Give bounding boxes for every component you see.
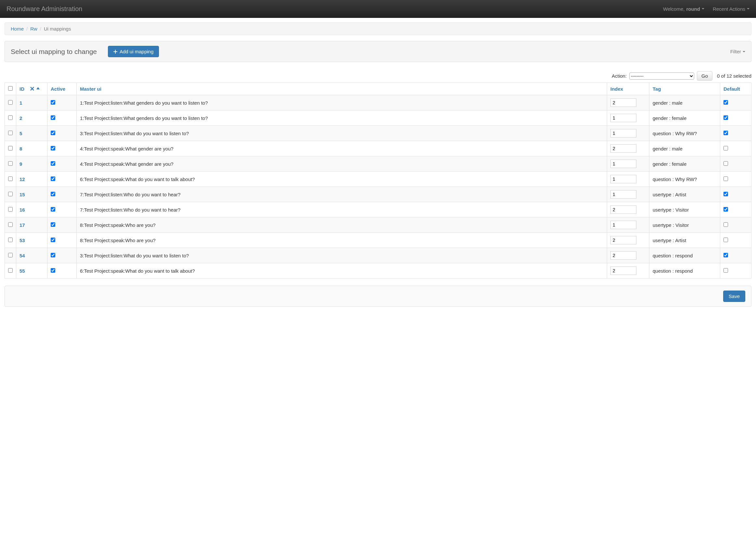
active-checkbox[interactable]	[51, 131, 55, 135]
master-ui-cell: 8:Test Project:speak:Who are you?	[77, 233, 607, 248]
default-checkbox[interactable]	[724, 177, 728, 181]
row-id-link[interactable]: 2	[20, 115, 22, 121]
index-input[interactable]	[610, 190, 637, 199]
breadcrumb-app[interactable]: Rw	[30, 26, 37, 31]
action-select[interactable]: ---------	[629, 72, 694, 80]
brand-link[interactable]: Roundware Administration	[6, 5, 82, 13]
default-checkbox[interactable]	[724, 115, 728, 120]
index-input[interactable]	[610, 160, 637, 168]
index-input[interactable]	[610, 221, 637, 229]
active-checkbox[interactable]	[51, 222, 55, 227]
table-row: 167:Test Project:listen:Who do you want …	[5, 202, 752, 218]
row-select-checkbox[interactable]	[8, 222, 13, 227]
column-index[interactable]: Index	[607, 83, 649, 95]
breadcrumb-sep: /	[40, 26, 41, 31]
column-tag[interactable]: Tag	[649, 83, 720, 95]
table-row: 126:Test Project:speak:What do you want …	[5, 172, 752, 187]
row-select-checkbox[interactable]	[8, 207, 13, 211]
active-checkbox[interactable]	[51, 268, 55, 273]
breadcrumb-sep: /	[26, 26, 28, 31]
default-checkbox[interactable]	[724, 131, 728, 135]
index-input[interactable]	[610, 251, 637, 260]
row-select-checkbox[interactable]	[8, 100, 13, 105]
index-input[interactable]	[610, 175, 637, 183]
caret-icon	[743, 51, 745, 52]
add-ui-mapping-button[interactable]: Add ui mapping	[108, 46, 159, 57]
default-checkbox[interactable]	[724, 253, 728, 258]
row-id-link[interactable]: 53	[20, 238, 25, 243]
index-input[interactable]	[610, 205, 637, 214]
index-input[interactable]	[610, 114, 637, 122]
column-master-ui[interactable]: Master ui	[77, 83, 607, 95]
breadcrumb-current: Ui mappings	[44, 26, 71, 31]
default-checkbox[interactable]	[724, 192, 728, 196]
active-checkbox[interactable]	[51, 115, 55, 120]
table-row: 94:Test Project:speak:What gender are yo…	[5, 156, 752, 172]
default-checkbox[interactable]	[724, 238, 728, 242]
row-select-checkbox[interactable]	[8, 161, 13, 166]
row-id-link[interactable]: 8	[20, 146, 22, 152]
default-checkbox[interactable]	[724, 207, 728, 211]
row-select-checkbox[interactable]	[8, 177, 13, 181]
tag-cell: usertype : Visitor	[649, 218, 720, 233]
active-checkbox[interactable]	[51, 146, 55, 151]
sort-remove-icon[interactable]	[30, 87, 34, 91]
master-ui-cell: 1:Test Project:listen:What genders do yo…	[77, 95, 607, 111]
active-checkbox[interactable]	[51, 253, 55, 258]
default-checkbox[interactable]	[724, 222, 728, 227]
active-checkbox[interactable]	[51, 238, 55, 242]
row-id-link[interactable]: 15	[20, 192, 25, 197]
column-id[interactable]: ID	[16, 83, 47, 95]
go-button[interactable]: Go	[697, 71, 712, 81]
active-checkbox[interactable]	[51, 207, 55, 211]
row-id-link[interactable]: 17	[20, 222, 25, 228]
welcome-menu[interactable]: Welcome, round	[663, 6, 704, 12]
default-checkbox[interactable]	[724, 100, 728, 105]
actions-row: Action: --------- Go 0 of 12 selected	[4, 71, 752, 81]
active-checkbox[interactable]	[51, 177, 55, 181]
master-ui-cell: 4:Test Project:speak:What gender are you…	[77, 141, 607, 156]
index-input[interactable]	[610, 144, 637, 153]
recent-actions-menu[interactable]: Recent Actions	[713, 6, 750, 12]
row-id-link[interactable]: 1	[20, 100, 22, 106]
default-checkbox[interactable]	[724, 161, 728, 166]
index-input[interactable]	[610, 267, 637, 275]
active-checkbox[interactable]	[51, 192, 55, 196]
row-select-checkbox[interactable]	[8, 146, 13, 151]
page-header: Select ui mapping to change Add ui mappi…	[4, 41, 752, 62]
default-checkbox[interactable]	[724, 268, 728, 273]
row-select-checkbox[interactable]	[8, 268, 13, 273]
tag-cell: question : respond	[649, 263, 720, 278]
row-id-link[interactable]: 16	[20, 207, 25, 213]
row-id-link[interactable]: 54	[20, 253, 25, 259]
column-id-link[interactable]: ID	[20, 86, 24, 92]
save-button[interactable]: Save	[723, 291, 745, 302]
filter-menu[interactable]: Filter	[730, 49, 745, 54]
row-id-link[interactable]: 55	[20, 268, 25, 274]
row-select-checkbox[interactable]	[8, 115, 13, 120]
column-active[interactable]: Active	[47, 83, 77, 95]
caret-icon	[747, 8, 750, 9]
row-id-link[interactable]: 9	[20, 161, 22, 167]
active-checkbox[interactable]	[51, 100, 55, 105]
index-input[interactable]	[610, 129, 637, 137]
active-checkbox[interactable]	[51, 161, 55, 166]
tag-cell: question : respond	[649, 248, 720, 263]
welcome-prefix: Welcome,	[663, 6, 685, 12]
master-ui-cell: 4:Test Project:speak:What gender are you…	[77, 156, 607, 172]
row-select-checkbox[interactable]	[8, 238, 13, 242]
index-input[interactable]	[610, 98, 637, 107]
master-ui-cell: 3:Test Project:listen:What do you want t…	[77, 248, 607, 263]
row-id-link[interactable]: 5	[20, 131, 22, 136]
tag-cell: usertype : Artist	[649, 233, 720, 248]
index-input[interactable]	[610, 236, 637, 244]
default-checkbox[interactable]	[724, 146, 728, 151]
column-default[interactable]: Default	[720, 83, 752, 95]
row-id-link[interactable]: 12	[20, 177, 25, 182]
sort-asc-icon[interactable]	[36, 87, 40, 91]
select-all-checkbox[interactable]	[8, 86, 13, 91]
row-select-checkbox[interactable]	[8, 192, 13, 196]
breadcrumb-home[interactable]: Home	[11, 26, 24, 31]
row-select-checkbox[interactable]	[8, 131, 13, 135]
row-select-checkbox[interactable]	[8, 253, 13, 258]
